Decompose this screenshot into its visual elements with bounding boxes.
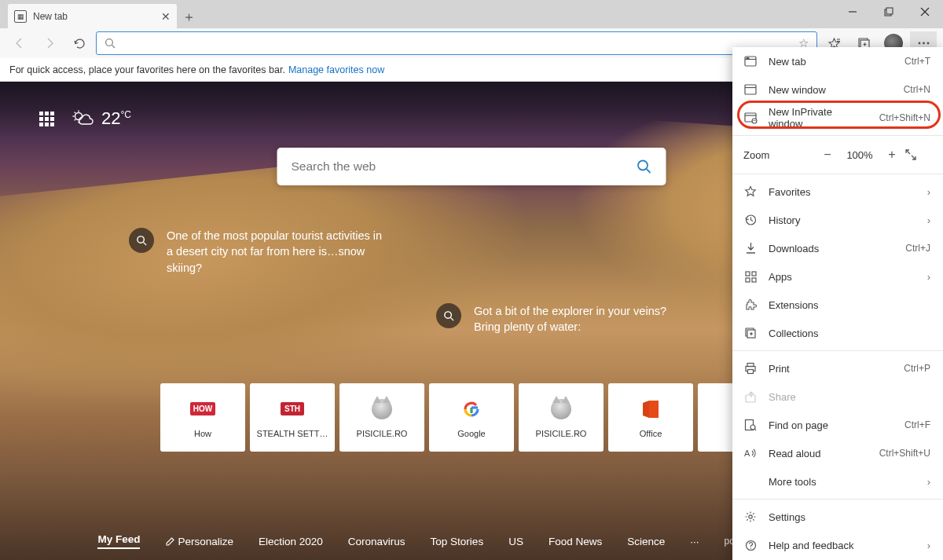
find-icon — [743, 418, 758, 432]
quick-link-tile[interactable]: Office — [608, 383, 693, 452]
zoom-in-button[interactable]: + — [879, 148, 905, 162]
window-maximize-button[interactable] — [871, 0, 907, 24]
manage-favorites-link[interactable]: Manage favorites now — [288, 64, 384, 75]
svg-rect-22 — [649, 401, 659, 418]
history-icon — [743, 213, 758, 227]
menu-print[interactable]: Print Ctrl+P — [732, 354, 943, 382]
svg-point-5 — [106, 39, 113, 46]
title-bar: ▦ New tab ✕ ＋ — [0, 0, 943, 28]
menu-find[interactable]: Find on page Ctrl+F — [732, 411, 943, 439]
svg-point-34 — [753, 119, 754, 120]
menu-apps[interactable]: Apps › — [732, 262, 943, 291]
svg-rect-40 — [752, 278, 756, 282]
menu-more-tools[interactable]: More tools › — [732, 467, 943, 496]
window-close-button[interactable] — [907, 0, 943, 24]
inprivate-icon — [743, 111, 758, 125]
menu-new-inprivate[interactable]: New InPrivate window Ctrl+Shift+N — [732, 104, 943, 132]
image-fact-text: Got a bit of the explorer in your veins?… — [474, 303, 695, 335]
web-search-input[interactable] — [292, 159, 637, 174]
svg-point-33 — [752, 119, 757, 123]
menu-extensions[interactable]: Extensions — [732, 291, 943, 319]
image-fact-2[interactable]: Got a bit of the explorer in your veins?… — [436, 303, 695, 335]
feed-nav-item[interactable]: Food News — [549, 536, 602, 547]
weather-temp: 22 — [101, 108, 120, 128]
chevron-right-icon: › — [927, 271, 930, 283]
download-icon — [743, 241, 758, 255]
svg-rect-38 — [752, 272, 756, 276]
menu-collections[interactable]: Collections — [732, 319, 943, 347]
web-search-box[interactable] — [277, 148, 666, 185]
extensions-icon — [743, 298, 758, 312]
feed-nav-item[interactable]: US — [508, 536, 523, 547]
svg-rect-39 — [746, 278, 750, 282]
address-bar[interactable]: ☆ — [96, 31, 817, 55]
window-controls — [835, 0, 943, 24]
tab-title: New tab — [33, 11, 68, 22]
menu-downloads[interactable]: Downloads Ctrl+J — [732, 234, 943, 262]
quick-link-tile[interactable]: PISICILE.RO — [339, 383, 424, 452]
menu-share: Share — [732, 382, 943, 411]
help-icon — [743, 538, 758, 552]
svg-line-6 — [112, 46, 116, 49]
feed-nav-item[interactable]: Coronavirus — [348, 536, 405, 547]
svg-line-21 — [450, 317, 453, 320]
quick-link-tile[interactable]: HOWHow — [160, 383, 245, 452]
web-search-icon[interactable] — [637, 159, 652, 174]
feed-nav-item[interactable]: Personalize — [165, 536, 233, 547]
chevron-right-icon: › — [927, 186, 930, 198]
svg-rect-29 — [745, 85, 756, 94]
svg-rect-28 — [747, 57, 750, 59]
svg-point-49 — [750, 425, 755, 430]
svg-rect-46 — [748, 370, 754, 374]
menu-new-window[interactable]: New window Ctrl+N — [732, 75, 943, 104]
window-minimize-button[interactable] — [835, 0, 871, 24]
search-icon — [129, 228, 154, 253]
back-button[interactable] — [6, 31, 33, 55]
feed-nav-more[interactable]: ··· — [690, 536, 699, 547]
feed-nav-item[interactable]: My Feed — [97, 533, 140, 549]
new-tab-icon — [743, 54, 758, 68]
search-icon — [105, 38, 116, 49]
menu-help[interactable]: Help and feedback › — [732, 531, 943, 559]
weather-icon — [72, 109, 94, 128]
chevron-right-icon: › — [927, 540, 930, 551]
menu-favorites[interactable]: Favorites › — [732, 178, 943, 206]
svg-point-52 — [749, 515, 752, 518]
quick-link-tile[interactable]: STHSTEALTH SETT… — [250, 383, 335, 452]
settings-menu: New tab Ctrl+T New window Ctrl+N New InP… — [732, 47, 943, 560]
browser-tab[interactable]: ▦ New tab ✕ — [8, 4, 177, 28]
svg-point-13 — [923, 42, 925, 45]
menu-zoom: Zoom − 100% + — [732, 139, 943, 170]
feed-nav-item[interactable]: Science — [627, 536, 665, 547]
feed-nav-item[interactable]: Top Stories — [431, 536, 484, 547]
svg-rect-37 — [746, 272, 750, 276]
image-fact-text: One of the most popular tourist activiti… — [167, 228, 388, 276]
svg-line-19 — [143, 242, 146, 245]
weather-widget[interactable]: 22°C — [72, 108, 131, 129]
tab-close-icon[interactable]: ✕ — [161, 10, 171, 23]
quick-link-tile[interactable]: Google — [429, 383, 514, 452]
forward-button[interactable] — [36, 31, 63, 55]
favorites-bar-text: For quick access, place your favorites h… — [9, 64, 285, 75]
feed-nav-item[interactable]: Election 2020 — [259, 536, 323, 547]
refresh-button[interactable] — [66, 31, 93, 55]
zoom-out-button[interactable]: − — [814, 148, 841, 162]
zoom-value: 100% — [841, 149, 879, 161]
share-icon — [743, 390, 758, 404]
apps-icon — [743, 269, 758, 284]
image-fact-1[interactable]: One of the most popular tourist activiti… — [129, 228, 388, 276]
quick-link-tile[interactable]: PISICILE.RO — [519, 383, 604, 452]
window-icon — [743, 82, 758, 97]
menu-history[interactable]: History › — [732, 206, 943, 234]
svg-point-14 — [926, 42, 929, 45]
search-icon — [436, 303, 461, 328]
new-tab-button[interactable]: ＋ — [177, 5, 200, 28]
app-launcher-icon[interactable] — [39, 112, 54, 126]
tab-site-icon: ▦ — [14, 10, 27, 23]
gear-icon — [743, 510, 758, 524]
menu-new-tab[interactable]: New tab Ctrl+T — [732, 47, 943, 75]
menu-read-aloud[interactable]: A Read aloud Ctrl+Shift+U — [732, 439, 943, 467]
fullscreen-button[interactable] — [905, 149, 932, 160]
svg-point-12 — [918, 42, 920, 45]
menu-settings[interactable]: Settings — [732, 503, 943, 531]
